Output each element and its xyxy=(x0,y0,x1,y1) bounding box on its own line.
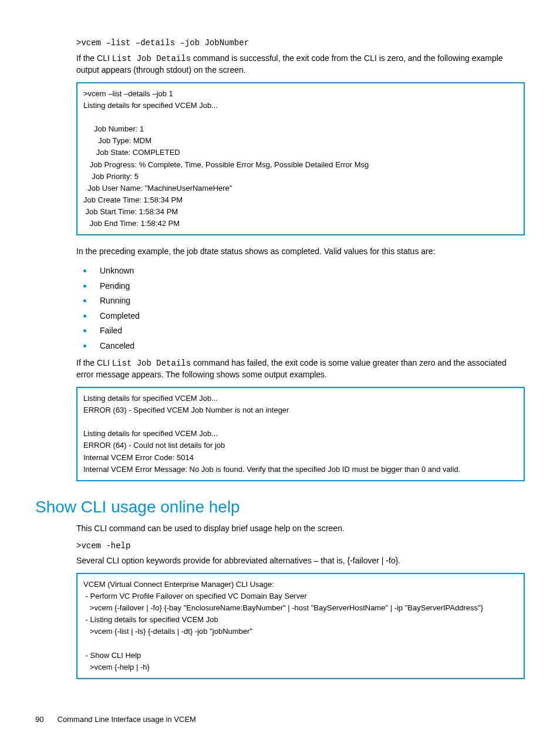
para3-a: If the CLI xyxy=(76,358,112,367)
bullet-completed: Completed xyxy=(76,309,525,324)
command-line-1: >vcem –list –details –job JobNumber xyxy=(76,38,525,49)
box3-l5: >vcem {-list | -ls} {-details | -dt} -jo… xyxy=(83,626,518,637)
para1-a: If the CLI xyxy=(76,53,112,63)
status-bullets: Unknown Pending Running Completed Failed… xyxy=(76,264,525,354)
box2-l4: ERROR (64) - Could not list details for … xyxy=(83,440,518,451)
output-box-1: >vcem –list –details –job 1 Listing deta… xyxy=(76,82,525,236)
box3-l7: >vcem {-help | -h} xyxy=(83,661,518,673)
para1-code: List Job Details xyxy=(112,54,191,63)
bullet-running: Running xyxy=(76,293,525,309)
para3-code: List Job Details xyxy=(112,359,191,368)
box1-l7: Job Priority: 5 xyxy=(83,171,518,183)
paragraph-5: Several CLI option keywords provide for … xyxy=(76,555,525,567)
paragraph-4: This CLI command can be used to display … xyxy=(76,523,525,535)
box2-l5: Internal VCEM Error Code: 5014 xyxy=(83,452,518,464)
page-footer: 90 Command Line Interface usage in VCEM xyxy=(35,714,525,725)
box1-l3: Job Number: 1 xyxy=(83,123,518,135)
bullet-unknown: Unknown xyxy=(76,264,525,279)
section-heading: Show CLI usage online help xyxy=(35,495,525,518)
page-number: 90 xyxy=(35,714,55,725)
box2-l1: Listing details for specified VCEM Job..… xyxy=(83,393,518,404)
bullet-canceled: Canceled xyxy=(76,339,525,354)
box1-l10: Job Start Time: 1:58:34 PM xyxy=(83,206,518,218)
box3-l4: - Listing details for specified VCEM Job xyxy=(83,614,518,626)
footer-title: Command Line Interface usage in VCEM xyxy=(58,715,196,724)
box3-l2: - Perform VC Profile Failover on specifi… xyxy=(83,590,518,602)
box3-l1: VCEM (Virtual Connect Enterprise Manager… xyxy=(83,579,518,590)
command-line-2: >vcem -help xyxy=(76,541,525,552)
paragraph-3: If the CLI List Job Details command has … xyxy=(76,357,525,381)
box3-l6: - Show CLI Help xyxy=(83,650,518,661)
box3-l3: >vcem {-failover | -fo} {-bay "Enclosure… xyxy=(83,602,518,614)
paragraph-2: In the preceding example, the job dtate … xyxy=(76,246,525,258)
box1-l5: Job State: COMPLETED xyxy=(83,147,518,158)
box2-blank xyxy=(83,416,518,428)
box1-l1: >vcem –list –details –job 1 xyxy=(83,88,518,100)
box1-l9: Job Create Time: 1:58:34 PM xyxy=(83,194,518,206)
output-box-3: VCEM (Virtual Connect Enterprise Manager… xyxy=(76,573,525,679)
box1-l11: Job End Time: 1:58:42 PM xyxy=(83,218,518,229)
box1-l2: Listing details for specified VCEM Job..… xyxy=(83,100,518,112)
bullet-failed: Failed xyxy=(76,323,525,339)
box1-blank1 xyxy=(83,112,518,123)
box2-l3: Listing details for specified VCEM Job..… xyxy=(83,428,518,440)
box1-l8: Job User Name: "MachineUserNameHere" xyxy=(83,183,518,194)
output-box-2: Listing details for specified VCEM Job..… xyxy=(76,387,525,481)
box2-l6: Internal VCEM Error Message: No Job is f… xyxy=(83,464,518,475)
bullet-pending: Pending xyxy=(76,279,525,294)
box1-l6: Job Progress: % Complete, Time, Possible… xyxy=(83,159,518,171)
box1-l4: Job Type: MDM xyxy=(83,135,518,147)
box3-blank xyxy=(83,637,518,649)
box2-l2: ERROR (63) - Specified VCEM Job Number i… xyxy=(83,404,518,416)
paragraph-1: If the CLI List Job Details command is s… xyxy=(76,53,525,76)
